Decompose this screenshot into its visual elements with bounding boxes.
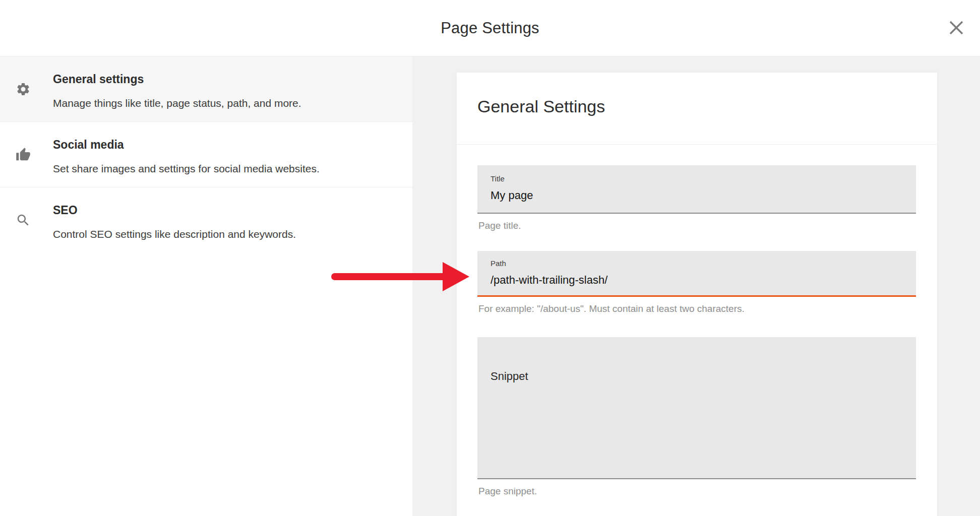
card-header: General Settings: [457, 73, 937, 145]
title-input[interactable]: [491, 188, 906, 203]
card-body: Title Page title. Path For example: "/ab…: [457, 145, 937, 497]
sidebar-item-seo[interactable]: SEO Control SEO settings like descriptio…: [0, 187, 412, 253]
sidebar-item-title: Social media: [53, 138, 392, 151]
dialog-header: Page Settings: [0, 0, 980, 56]
page-settings-dialog: Page Settings General settings Manage th…: [0, 0, 980, 516]
snippet-field-help: Page snippet.: [478, 485, 916, 497]
close-icon: [948, 19, 965, 38]
snippet-textarea[interactable]: Snippet: [477, 337, 916, 479]
gear-icon: [16, 82, 31, 97]
sidebar-item-title: SEO: [53, 204, 392, 217]
search-icon: [16, 213, 31, 228]
section-heading: General Settings: [477, 96, 916, 117]
sidebar-item-title: General settings: [53, 73, 392, 86]
close-button[interactable]: [945, 17, 967, 39]
sidebar-item-description: Set share images and settings for social…: [53, 162, 392, 175]
title-field-help: Page title.: [478, 220, 916, 232]
title-field-box[interactable]: Title: [477, 165, 916, 214]
thumb-up-icon: [16, 147, 31, 162]
path-field-label: Path: [491, 259, 906, 268]
dialog-body: General settings Manage things like titl…: [0, 56, 980, 516]
path-field-help: For example: "/about-us". Must contain a…: [478, 303, 916, 315]
snippet-field-group: Snippet Page snippet.: [477, 337, 916, 497]
settings-content-area: General Settings Title Page title.: [412, 56, 980, 516]
sidebar-item-general-settings[interactable]: General settings Manage things like titl…: [0, 56, 412, 122]
dialog-title: Page Settings: [0, 0, 980, 56]
path-field-group: Path For example: "/about-us". Must cont…: [477, 251, 916, 315]
sidebar-item-description: Control SEO settings like description an…: [53, 228, 392, 241]
snippet-field-label: Snippet: [491, 369, 906, 383]
sidebar-item-social-media[interactable]: Social media Set share images and settin…: [0, 122, 412, 187]
settings-sidebar: General settings Manage things like titl…: [0, 56, 412, 516]
title-field-label: Title: [491, 174, 906, 183]
path-input[interactable]: [491, 273, 906, 287]
path-field-box[interactable]: Path: [477, 251, 916, 297]
sidebar-item-description: Manage things like title, page status, p…: [53, 97, 392, 110]
general-settings-card: General Settings Title Page title.: [457, 73, 937, 516]
title-field-group: Title Page title.: [477, 165, 916, 232]
